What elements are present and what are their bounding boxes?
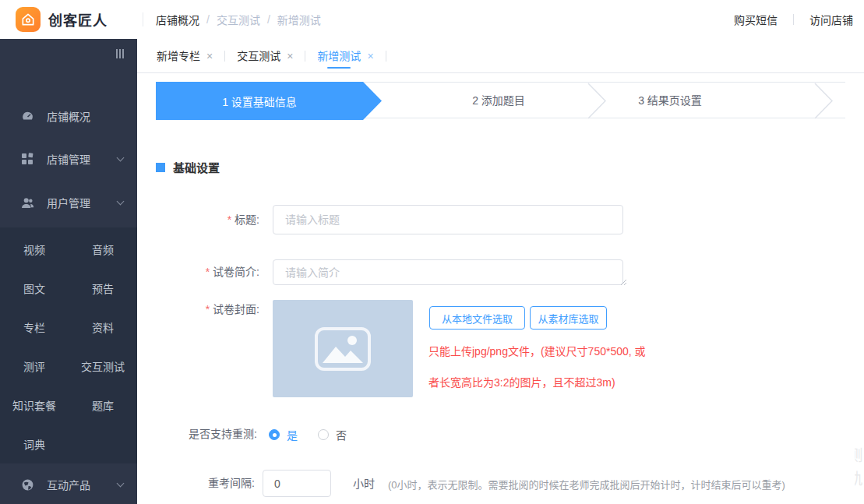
brand[interactable]: 创客匠人 [16, 0, 108, 39]
radio-no[interactable]: 否 [318, 427, 347, 442]
select-from-library-button[interactable]: 从素材库选取 [530, 306, 607, 330]
breadcrumb-separator: / [206, 13, 210, 26]
breadcrumb-item-current: 新增测试 [277, 12, 321, 27]
submenu-item-interactive-test[interactable]: 交互测试 [81, 358, 125, 374]
sidebar-item-interactive-product[interactable]: 互动产品 [0, 463, 137, 504]
breadcrumb-item[interactable]: 店铺概况 [156, 12, 199, 27]
close-icon[interactable]: × [287, 50, 293, 62]
sidebar-item-shop-manage[interactable]: 店铺管理 [0, 138, 137, 180]
breadcrumb-separator: / [267, 13, 270, 26]
close-icon[interactable]: × [206, 50, 213, 62]
required-mark: * [206, 266, 210, 278]
retest-radio-group: 是 否 [269, 427, 347, 442]
chevron-down-icon [117, 153, 125, 161]
app-root: 创客匠人 店铺概况 / 交互测试 / 新增测试 购买短信 访问店铺 店铺概况 [0, 0, 864, 504]
cover-note-line: 者长宽高比为3:2的图片，且不超过3m) [428, 367, 670, 398]
tab-divider [386, 51, 386, 62]
required-mark: * [227, 213, 231, 226]
sidebar-item-label: 互动产品 [47, 477, 90, 492]
app-title: 创客匠人 [48, 9, 108, 30]
title-input[interactable] [273, 205, 623, 234]
wizard-chevron-icon [813, 83, 834, 119]
interval-input[interactable] [263, 470, 331, 497]
sidebar: 店铺概况 店铺管理 用户管理 知识产品 视频 音频 图文 [0, 39, 137, 504]
buy-sms-link[interactable]: 购买短信 [725, 12, 787, 27]
tab-interactive-test[interactable]: 交互测试 × [237, 39, 293, 73]
tab-new-column[interactable]: 新增专栏 × [157, 39, 213, 73]
wizard-step-2[interactable]: 2 添加题目 [472, 83, 525, 119]
radio-selected-icon [269, 429, 280, 440]
section-marker-icon [156, 163, 165, 172]
grid-icon [20, 152, 34, 166]
submenu-item-video[interactable]: 视频 [23, 241, 45, 257]
submenu-item-assessment[interactable]: 测评 [23, 358, 45, 374]
submenu-item-question-bank[interactable]: 题库 [92, 397, 114, 413]
submenu-item-column[interactable]: 专栏 [23, 319, 45, 335]
visit-shop-link[interactable]: 访问店铺 [800, 12, 862, 27]
wizard-step-1-active[interactable]: 1 设置基础信息 [156, 82, 382, 120]
interval-field-label: 重考间隔: [156, 475, 255, 491]
sidebar-item-label: 用户管理 [47, 195, 90, 210]
submenu-item-dictionary[interactable]: 词典 [23, 436, 45, 452]
header-divider [143, 12, 143, 26]
chevron-down-icon [117, 197, 125, 205]
top-header: 创客匠人 店铺概况 / 交互测试 / 新增测试 购买短信 访问店铺 [0, 0, 864, 39]
submenu-item-article[interactable]: 图文 [23, 280, 45, 296]
wizard-step-3[interactable]: 3 结果页设置 [638, 83, 702, 119]
submenu-item-preview[interactable]: 预告 [92, 280, 114, 296]
app-logo-icon [16, 7, 41, 32]
tab-divider [224, 51, 225, 62]
knowledge-submenu: 视频 音频 图文 预告 专栏 资料 测评 交互测试 知识套餐 题库 词典 [0, 227, 137, 463]
image-icon [315, 327, 371, 371]
select-local-file-button[interactable]: 从本地文件选取 [429, 306, 525, 330]
main-content: 1 设置基础信息 2 添加题目 3 结果页设置 基础设置 *标题: *试卷简介: [137, 73, 864, 504]
section-title-basic-settings: 基础设置 [156, 159, 220, 175]
required-mark: * [206, 303, 210, 315]
intro-textarea[interactable] [273, 259, 623, 285]
section-title-text: 基础设置 [173, 159, 220, 175]
cover-note-line: 只能上传jpg/png文件，(建议尺寸750*500, 或 [428, 336, 670, 367]
radio-unselected-icon [318, 429, 329, 440]
cover-field-label: *试卷封面: [156, 301, 259, 317]
sidebar-item-user-manage[interactable]: 用户管理 [0, 182, 137, 224]
globe-icon [20, 478, 34, 492]
users-icon [20, 196, 34, 210]
intro-field-label: *试卷简介: [156, 264, 259, 280]
close-icon[interactable]: × [367, 50, 373, 62]
sidebar-collapse-icon[interactable] [114, 47, 126, 61]
cover-image-placeholder [273, 300, 413, 397]
step-wizard: 1 设置基础信息 2 添加题目 3 结果页设置 [156, 82, 845, 118]
tab-new-test-active[interactable]: 新增测试 × [317, 39, 373, 73]
sidebar-item-label: 店铺概况 [47, 108, 90, 124]
retest-field-label: 是否支持重测: [156, 426, 257, 442]
submenu-item-material[interactable]: 资料 [92, 319, 114, 335]
header-actions: 购买短信 访问店铺 [725, 0, 862, 39]
tab-divider [305, 51, 305, 62]
breadcrumb-item[interactable]: 交互测试 [217, 12, 260, 27]
title-field-label: *标题: [156, 212, 259, 227]
sidebar-item-shop-overview[interactable]: 店铺概况 [0, 95, 137, 137]
wizard-chevron-icon [587, 83, 607, 119]
header-actions-divider [793, 14, 794, 25]
open-tabs-bar: 新增专栏 × 交互测试 × 新增测试 × [137, 39, 864, 73]
dashboard-icon [20, 109, 34, 123]
submenu-item-audio[interactable]: 音频 [92, 241, 114, 257]
chevron-down-icon [117, 479, 125, 487]
edge-watermark-fragment: 测轨 [855, 447, 864, 502]
breadcrumb: 店铺概况 / 交互测试 / 新增测试 [156, 0, 321, 39]
submenu-item-knowledge-package[interactable]: 知识套餐 [12, 397, 56, 413]
interval-hint: (0小时，表示无限制。需要批阅的时候在老师完成批阅后开始计时，计时结束后可以重考… [388, 477, 785, 492]
sidebar-item-label: 店铺管理 [47, 151, 90, 167]
radio-yes[interactable]: 是 [269, 427, 298, 442]
interval-unit: 小时 [353, 475, 375, 491]
